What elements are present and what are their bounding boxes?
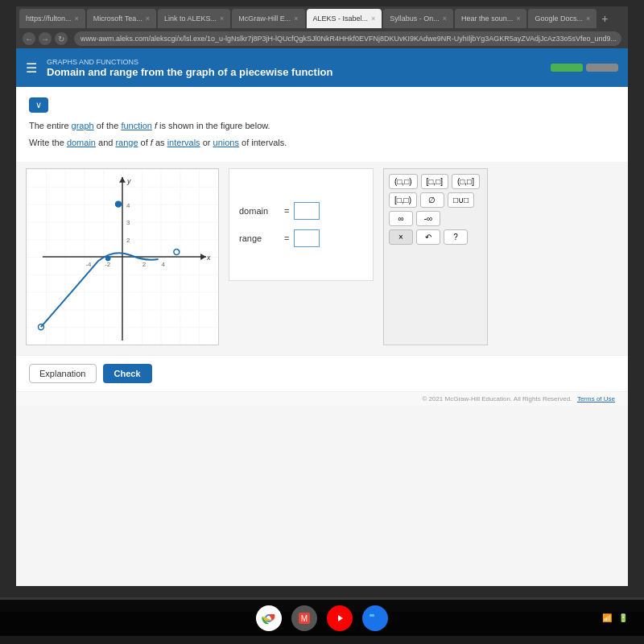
bottom-bar: Explanation Check xyxy=(16,355,628,391)
collapse-button[interactable]: ∨ xyxy=(29,97,48,113)
question-line1: The entire graph of the function f is sh… xyxy=(29,119,615,133)
symbol-row-2: [□,□) ∅ □∪□ xyxy=(389,192,482,208)
symbol-closed-closed[interactable]: [□,□] xyxy=(421,174,448,189)
symbol-palette: (□,□) [□,□] (□,□] [□,□) ∅ □∪□ ∞ -∞ × xyxy=(383,168,488,345)
symbol-empty-set[interactable]: ∅ xyxy=(420,192,444,208)
range-row: range = xyxy=(239,229,363,247)
svg-point-17 xyxy=(174,250,180,255)
symbol-neg-infinity[interactable]: -∞ xyxy=(416,211,440,226)
symbol-infinity[interactable]: ∞ xyxy=(389,211,413,226)
svg-text:-2: -2 xyxy=(105,261,110,268)
screen: https://fulton... × Microsoft Tea... × L… xyxy=(16,6,628,586)
tab-fulton-close[interactable]: × xyxy=(75,14,79,23)
symbol-clear[interactable]: × xyxy=(389,229,413,245)
domain-input[interactable] xyxy=(294,202,320,220)
tab-aleks-link-label: Link to ALEKS... xyxy=(164,14,217,23)
taskbar-files-icon[interactable] xyxy=(362,605,388,631)
aleks-header: ☰ GRAPHS AND FUNCTIONS Domain and range … xyxy=(16,48,628,87)
symbol-closed-open[interactable]: [□,□) xyxy=(389,192,417,208)
tab-aleks-link-close[interactable]: × xyxy=(220,14,224,23)
symbol-union[interactable]: □∪□ xyxy=(448,192,474,208)
tab-mcgraw[interactable]: McGraw-Hill E... × xyxy=(232,9,304,28)
tab-aleks-close[interactable]: × xyxy=(371,14,375,23)
symbol-row-3: ∞ -∞ xyxy=(389,211,482,226)
svg-text:y: y xyxy=(126,177,131,185)
taskbar-youtube-icon[interactable] xyxy=(327,605,353,631)
tab-syllabus-close[interactable]: × xyxy=(443,14,447,23)
domain-link[interactable]: domain xyxy=(67,138,96,147)
taskbar-right: 📶 🔋 xyxy=(602,613,628,622)
footer-terms[interactable]: Terms of Use xyxy=(577,395,615,402)
symbol-row-4: × ↶ ? xyxy=(389,229,482,245)
explanation-button[interactable]: Explanation xyxy=(29,364,97,383)
tab-hear-label: Hear the soun... xyxy=(461,14,513,23)
check-button[interactable]: Check xyxy=(103,364,152,383)
tab-microsoft-label: Microsoft Tea... xyxy=(93,14,142,23)
svg-rect-26 xyxy=(369,614,374,617)
intervals-link[interactable]: intervals xyxy=(167,138,200,147)
tab-microsoft[interactable]: Microsoft Tea... × xyxy=(87,9,156,28)
progress-bar-gray xyxy=(586,64,618,72)
svg-text:x: x xyxy=(206,254,211,262)
url-text: www-awm.aleks.com/alekscgi/x/lsl.exe/1o_… xyxy=(80,35,617,43)
symbol-open-open[interactable]: (□,□) xyxy=(389,174,418,189)
graph-link[interactable]: graph xyxy=(72,121,94,130)
tab-syllabus[interactable]: Syllabus - On... × xyxy=(383,9,453,28)
svg-text:2: 2 xyxy=(126,237,130,244)
symbol-open-closed[interactable]: (□,□] xyxy=(452,174,480,189)
tab-aleks-link[interactable]: Link to ALEKS... × xyxy=(158,9,230,28)
input-area: domain = range = xyxy=(229,168,374,281)
svg-text:M: M xyxy=(301,614,308,623)
graph-container: 4 3 2 -2 -4 2 4 y x xyxy=(26,168,219,345)
range-equals: = xyxy=(284,233,289,243)
url-bar[interactable]: www-awm.aleks.com/alekscgi/x/lsl.exe/1o_… xyxy=(74,31,621,46)
tab-mcgraw-close[interactable]: × xyxy=(294,14,298,23)
tab-aleks-active-label: ALEKS - Isabel... xyxy=(313,14,369,23)
refresh-button[interactable]: ↻ xyxy=(55,32,68,45)
header-text-block: GRAPHS AND FUNCTIONS Domain and range fr… xyxy=(47,58,332,78)
tab-fulton[interactable]: https://fulton... × xyxy=(19,9,85,28)
svg-text:4: 4 xyxy=(126,202,130,209)
hamburger-menu[interactable]: ☰ xyxy=(26,60,37,76)
browser-chrome: https://fulton... × Microsoft Tea... × L… xyxy=(16,6,628,48)
svg-point-16 xyxy=(116,201,122,207)
footer-copyright: © 2021 McGraw-Hill Education. All Rights… xyxy=(422,395,572,402)
taskbar-battery: 🔋 xyxy=(618,613,628,622)
taskbar-wifi: 📶 xyxy=(602,613,612,622)
tab-microsoft-close[interactable]: × xyxy=(146,14,150,23)
header-progress xyxy=(551,64,618,72)
tab-mcgraw-label: McGraw-Hill E... xyxy=(238,14,291,23)
tab-fulton-label: https://fulton... xyxy=(26,14,72,23)
svg-text:-4: -4 xyxy=(85,261,92,268)
symbol-row-1: (□,□) [□,□] (□,□] xyxy=(389,174,482,189)
back-button[interactable]: ← xyxy=(23,32,35,45)
new-tab-button[interactable]: + xyxy=(601,12,608,25)
graph-svg: 4 3 2 -2 -4 2 4 y x xyxy=(27,169,218,345)
tab-docs-close[interactable]: × xyxy=(586,14,590,23)
range-input[interactable] xyxy=(294,229,320,247)
range-label: range xyxy=(239,233,279,243)
tab-hear[interactable]: Hear the soun... × xyxy=(455,9,526,28)
page-content: ☰ GRAPHS AND FUNCTIONS Domain and range … xyxy=(16,48,628,586)
forward-button[interactable]: → xyxy=(39,32,52,45)
tab-bar: https://fulton... × Microsoft Tea... × L… xyxy=(16,6,628,29)
function-link[interactable]: function xyxy=(121,121,152,130)
tab-docs[interactable]: Google Docs... × xyxy=(528,9,597,28)
symbol-help[interactable]: ? xyxy=(444,229,468,245)
nav-buttons: ← → ↻ xyxy=(23,32,68,45)
taskbar-icon-2[interactable]: M xyxy=(291,605,317,631)
range-link[interactable]: range xyxy=(115,138,138,147)
svg-text:2: 2 xyxy=(142,261,146,268)
tab-docs-label: Google Docs... xyxy=(535,14,583,23)
header-breadcrumb: GRAPHS AND FUNCTIONS xyxy=(47,58,332,66)
unions-link[interactable]: unions xyxy=(213,138,239,147)
tab-aleks-active[interactable]: ALEKS - Isabel... × xyxy=(307,9,382,28)
taskbar-chrome-icon[interactable] xyxy=(256,605,282,631)
address-bar: ← → ↻ www-awm.aleks.com/alekscgi/x/lsl.e… xyxy=(16,29,628,48)
domain-row: domain = xyxy=(239,202,363,220)
taskbar: M 📶 🔋 xyxy=(0,600,644,636)
tab-hear-close[interactable]: × xyxy=(516,14,520,23)
symbol-undo[interactable]: ↶ xyxy=(416,229,440,245)
svg-text:4: 4 xyxy=(162,261,166,268)
progress-bar-green xyxy=(551,64,583,72)
